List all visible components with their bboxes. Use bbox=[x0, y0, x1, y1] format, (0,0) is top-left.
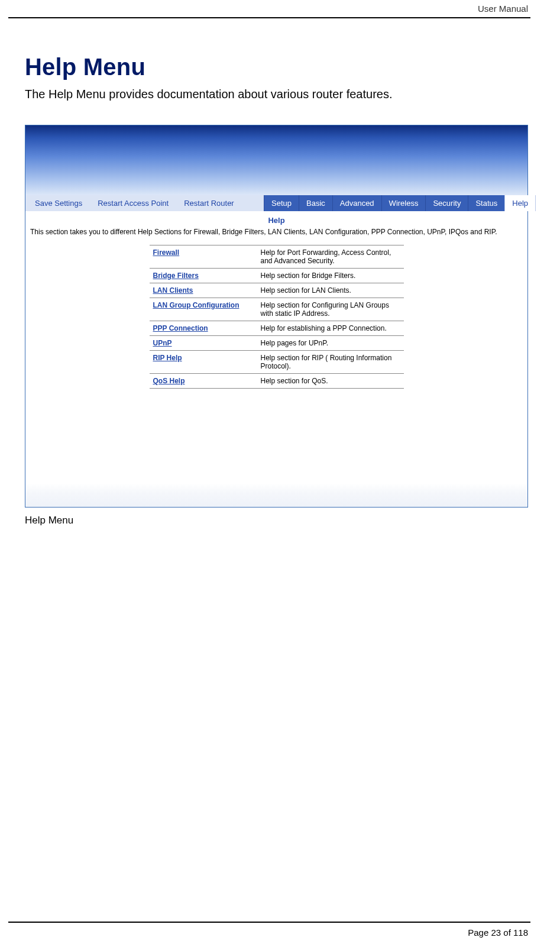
router-nav-left-actions: Save Settings Restart Access Point Resta… bbox=[25, 195, 264, 211]
tab-setup[interactable]: Setup bbox=[264, 195, 299, 211]
restart-access-point-link[interactable]: Restart Access Point bbox=[98, 199, 169, 208]
table-row: LAN Clients Help section for LAN Clients… bbox=[150, 283, 404, 298]
help-link-upnp[interactable]: UPnP bbox=[153, 339, 172, 347]
help-desc-qos: Help section for QoS. bbox=[257, 374, 404, 389]
help-desc-firewall: Help for Port Forwarding, Access Control… bbox=[257, 245, 404, 269]
help-link-ppp-connection[interactable]: PPP Connection bbox=[153, 324, 208, 332]
tab-advanced[interactable]: Advanced bbox=[332, 195, 381, 211]
page-title: Help Menu bbox=[25, 54, 528, 80]
intro-text: The Help Menu provides documentation abo… bbox=[25, 88, 528, 101]
document-header-label: User Manual bbox=[0, 0, 560, 16]
help-link-lan-clients[interactable]: LAN Clients bbox=[153, 286, 193, 295]
help-link-bridge-filters[interactable]: Bridge Filters bbox=[153, 272, 199, 280]
tab-status[interactable]: Status bbox=[468, 195, 504, 211]
router-nav-row: Save Settings Restart Access Point Resta… bbox=[25, 195, 527, 211]
help-link-lan-group-config[interactable]: LAN Group Configuration bbox=[153, 301, 239, 309]
table-row: Bridge Filters Help section for Bridge F… bbox=[150, 269, 404, 283]
help-link-firewall[interactable]: Firewall bbox=[153, 248, 180, 257]
page-footer: Page 23 of 118 bbox=[0, 922, 560, 938]
help-body: Help This section takes you to different… bbox=[25, 211, 527, 483]
help-desc-bridge-filters: Help section for Bridge Filters. bbox=[257, 269, 404, 283]
figure-caption: Help Menu bbox=[25, 515, 528, 526]
tab-basic[interactable]: Basic bbox=[299, 195, 332, 211]
help-panel-title: Help bbox=[25, 211, 527, 227]
save-settings-link[interactable]: Save Settings bbox=[35, 199, 82, 208]
router-nav-tabs: Setup Basic Advanced Wireless Security S… bbox=[264, 195, 536, 211]
router-ui-bottom-gradient bbox=[25, 483, 527, 507]
table-row: QoS Help Help section for QoS. bbox=[150, 374, 404, 389]
help-desc-ppp-connection: Help for establishing a PPP Connection. bbox=[257, 321, 404, 336]
help-desc-upnp: Help pages for UPnP. bbox=[257, 336, 404, 351]
help-desc-lan-group-config: Help section for Configuring LAN Groups … bbox=[257, 298, 404, 321]
table-row: UPnP Help pages for UPnP. bbox=[150, 336, 404, 351]
table-row: LAN Group Configuration Help section for… bbox=[150, 298, 404, 321]
footer-divider bbox=[8, 922, 530, 923]
help-desc-rip: Help section for RIP ( Routing Informati… bbox=[257, 351, 404, 374]
help-links-table: Firewall Help for Port Forwarding, Acces… bbox=[150, 245, 404, 389]
restart-router-link[interactable]: Restart Router bbox=[184, 199, 234, 208]
tab-help[interactable]: Help bbox=[504, 195, 536, 211]
table-row: PPP Connection Help for establishing a P… bbox=[150, 321, 404, 336]
tab-security[interactable]: Security bbox=[425, 195, 468, 211]
page-number: Page 23 of 118 bbox=[0, 927, 560, 938]
help-link-rip[interactable]: RIP Help bbox=[153, 354, 182, 362]
tab-wireless[interactable]: Wireless bbox=[381, 195, 426, 211]
router-ui-banner bbox=[25, 125, 527, 195]
help-desc-lan-clients: Help section for LAN Clients. bbox=[257, 283, 404, 298]
table-row: Firewall Help for Port Forwarding, Acces… bbox=[150, 245, 404, 269]
help-panel-description: This section takes you to different Help… bbox=[25, 227, 527, 245]
router-ui-screenshot: Save Settings Restart Access Point Resta… bbox=[25, 125, 528, 508]
help-link-qos[interactable]: QoS Help bbox=[153, 377, 185, 385]
table-row: RIP Help Help section for RIP ( Routing … bbox=[150, 351, 404, 374]
